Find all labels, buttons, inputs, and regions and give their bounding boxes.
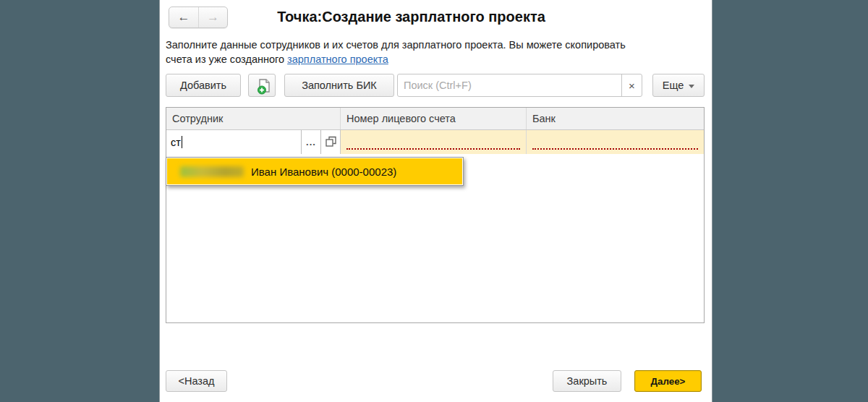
create-copy-button[interactable]	[248, 74, 276, 97]
add-button[interactable]: Добавить	[166, 74, 241, 97]
table-header-row: Сотрудник Номер лицевого счета Банк	[166, 108, 704, 130]
required-field-underline	[532, 148, 698, 150]
choose-ellipsis-button[interactable]: ...	[301, 130, 320, 154]
fill-bik-button[interactable]: Заполнить БИК	[284, 74, 394, 97]
text-caret	[182, 136, 182, 148]
document-plus-icon	[257, 79, 268, 93]
description-line2: счета из уже созданного	[166, 54, 287, 65]
description-text: Заполните данные сотрудников и их счетов…	[166, 38, 699, 67]
employee-input-value: ст	[171, 137, 181, 148]
next-button[interactable]: Далее>	[634, 370, 702, 392]
footer-right-group: Закрыть Далее>	[553, 370, 702, 392]
chevron-down-icon	[689, 85, 694, 88]
desktop-backdrop: ← → Точка:Создание зарплатного проекта З…	[0, 0, 868, 402]
autocomplete-item-label: Иван Иванович (0000-00023)	[251, 166, 396, 178]
search-input[interactable]	[398, 74, 621, 96]
column-header-account[interactable]: Номер лицевого счета	[341, 108, 527, 129]
toolbar: Добавить Заполнить БИК × Еще	[166, 74, 705, 97]
account-cell[interactable]	[341, 130, 527, 154]
employees-table: Сотрудник Номер лицевого счета Банк ст .…	[166, 107, 705, 323]
open-item-button[interactable]	[320, 130, 340, 154]
search-box: ×	[397, 74, 642, 97]
salary-project-link[interactable]: зарплатного проекта	[287, 54, 388, 65]
back-button[interactable]: <Назад	[166, 370, 227, 392]
employee-cell: ст ...	[166, 130, 341, 154]
autocomplete-item[interactable]: Иван Иванович (0000-00023)	[167, 158, 462, 184]
redacted-surname	[180, 166, 244, 177]
required-field-underline	[346, 148, 520, 150]
page-title: Точка:Создание зарплатного проекта	[160, 9, 663, 25]
bank-cell[interactable]	[527, 130, 704, 154]
more-button[interactable]: Еще	[652, 74, 705, 97]
column-header-bank[interactable]: Банк	[527, 108, 704, 129]
employee-input[interactable]: ст	[166, 130, 301, 154]
open-windows-icon	[326, 136, 336, 149]
more-button-label: Еще	[663, 80, 684, 91]
table-row: ст ...	[166, 130, 704, 154]
clear-search-icon[interactable]: ×	[621, 74, 642, 96]
autocomplete-dropdown: Иван Иванович (0000-00023)	[166, 157, 464, 186]
close-button[interactable]: Закрыть	[553, 370, 621, 392]
column-header-employee[interactable]: Сотрудник	[166, 108, 341, 129]
description-line1: Заполните данные сотрудников и их счетов…	[166, 39, 626, 51]
wizard-window: ← → Точка:Создание зарплатного проекта З…	[159, 0, 712, 402]
